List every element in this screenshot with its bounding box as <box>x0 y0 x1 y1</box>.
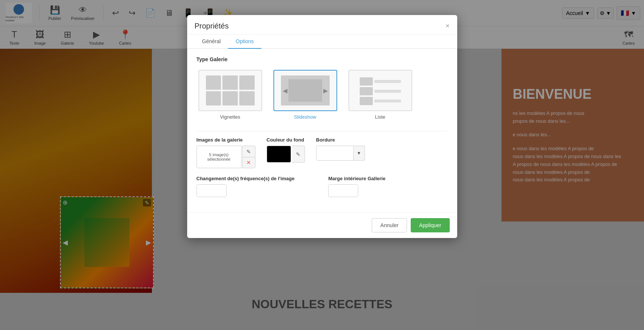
type-slideshow-item[interactable]: ◀ ▶ Slideshow <box>272 68 339 122</box>
margin-input-group: ▲ ▼ <box>328 184 358 197</box>
liste-row-3 <box>360 97 401 105</box>
color-group: Couleur du fond ✎ <box>267 137 305 163</box>
vignette-cell <box>206 75 221 90</box>
liste-thumb <box>360 77 373 86</box>
slideshow-inner: ◀ ▶ <box>281 75 330 105</box>
border-input-group: ▼ <box>316 146 365 161</box>
vignette-cell <box>206 91 221 105</box>
frequency-group: Changement de(s) fréquence(s) de l'image… <box>197 176 295 197</box>
slideshow-right-arrow: ▶ <box>323 87 328 94</box>
form-row-2: Changement de(s) fréquence(s) de l'image… <box>197 176 448 197</box>
vignette-cell <box>239 75 255 90</box>
remove-icon: ✕ <box>246 160 251 166</box>
modal-title: Propriétés <box>195 22 229 30</box>
color-label: Couleur du fond <box>267 137 305 143</box>
images-label: Images de la galerie <box>197 137 255 143</box>
border-dropdown-arrow: ▼ <box>357 151 361 156</box>
color-preview[interactable] <box>267 146 291 163</box>
liste-row-1 <box>360 77 401 86</box>
color-edit-button[interactable]: ✎ <box>292 146 305 163</box>
border-label: Bordure <box>316 137 365 143</box>
images-edit-button[interactable]: ✎ <box>242 146 255 157</box>
slideshow-left-arrow: ◀ <box>283 87 287 94</box>
slideshow-label: Slideshow <box>294 114 316 120</box>
vignettes-preview[interactable] <box>198 70 262 111</box>
modal-header: Propriétés × <box>187 15 457 35</box>
modal-tabs: Général Options <box>187 35 457 49</box>
border-group: Bordure ▼ <box>316 137 365 161</box>
vignette-cell <box>222 91 238 105</box>
liste-thumb <box>360 97 373 105</box>
margin-group: Marge intérieure Gallerie ▲ ▼ <box>328 176 385 197</box>
vignette-cell <box>239 91 255 105</box>
liste-line <box>374 80 401 83</box>
modal-close-button[interactable]: × <box>446 22 450 30</box>
liste-thumb <box>360 87 373 95</box>
vignette-cell <box>222 75 238 90</box>
color-edit-icon: ✎ <box>296 151 300 157</box>
images-input-group: 5 image(s) sélectionnée ✎ ✕ <box>197 146 255 168</box>
color-input-group: ✎ <box>267 146 305 163</box>
liste-inner <box>358 75 403 105</box>
margin-input[interactable] <box>329 185 358 197</box>
liste-preview[interactable] <box>348 70 412 111</box>
border-preview <box>316 146 354 161</box>
modal-overlay: Propriétés × Général Options Type Galeri… <box>0 0 644 330</box>
images-group: Images de la galerie 5 image(s) sélectio… <box>197 137 255 168</box>
type-vignettes-item[interactable]: Vignettes <box>197 68 264 122</box>
images-value: 5 image(s) sélectionnée <box>197 146 242 168</box>
border-dropdown-button[interactable]: ▼ <box>354 146 365 161</box>
modal-footer: Annuler Appliquer <box>187 212 457 238</box>
edit-pencil-icon: ✎ <box>246 149 251 155</box>
liste-label: Liste <box>375 114 385 120</box>
slideshow-main-area <box>288 79 322 102</box>
modal-body: Type Galerie Vignettes <box>187 49 457 212</box>
liste-line <box>374 90 401 93</box>
frequency-input-group: ▲ ▼ <box>197 184 227 197</box>
properties-modal: Propriétés × Général Options Type Galeri… <box>187 15 457 238</box>
tab-general[interactable]: Général <box>195 35 228 49</box>
apply-button[interactable]: Appliquer <box>411 218 449 232</box>
images-buttons: ✎ ✕ <box>242 146 255 168</box>
form-row-1: Images de la galerie 5 image(s) sélectio… <box>197 137 448 168</box>
frequency-input[interactable] <box>197 185 227 197</box>
slideshow-preview[interactable]: ◀ ▶ <box>273 70 337 111</box>
vignettes-grid <box>206 75 255 105</box>
tab-options[interactable]: Options <box>228 35 261 49</box>
vignettes-label: Vignettes <box>220 114 240 120</box>
gallery-type-title: Type Galerie <box>197 56 448 62</box>
images-remove-button[interactable]: ✕ <box>242 157 255 168</box>
frequency-label: Changement de(s) fréquence(s) de l'image <box>197 176 295 181</box>
margin-label: Marge intérieure Gallerie <box>328 176 385 181</box>
cancel-button[interactable]: Annuler <box>372 218 407 232</box>
gallery-types-selector: Vignettes ◀ ▶ Slideshow <box>197 68 448 122</box>
liste-row-2 <box>360 87 401 95</box>
type-liste-item[interactable]: Liste <box>347 68 414 122</box>
liste-line <box>374 99 401 102</box>
form-divider <box>197 131 448 131</box>
